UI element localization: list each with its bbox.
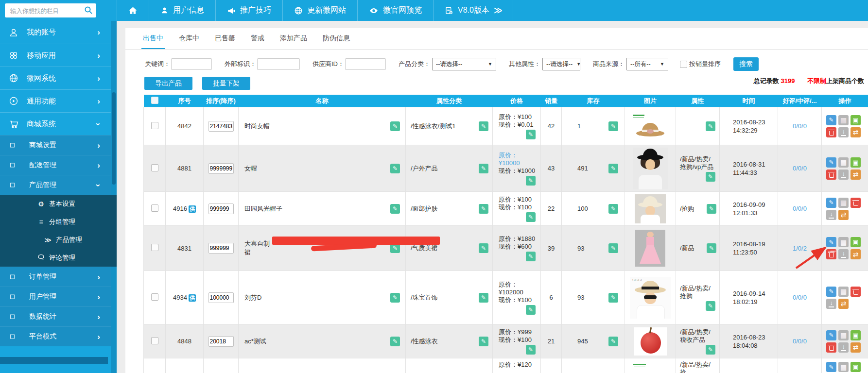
rating-link[interactable]: 0/0/0 xyxy=(793,122,807,130)
sidebar-item-general-functions[interactable]: 通用功能 › xyxy=(0,89,111,112)
sidebar-item-micro-site[interactable]: 微网系统 › xyxy=(0,67,111,89)
row-checkbox[interactable] xyxy=(151,164,158,171)
edit-icon[interactable]: ✎ xyxy=(479,121,488,131)
row-checkbox[interactable] xyxy=(151,122,158,129)
sidebar-item-basic-settings[interactable]: ⚙ 基本设置 xyxy=(0,195,117,213)
sort-input[interactable] xyxy=(208,336,234,347)
other-attr-select[interactable]: --请选择--▼ xyxy=(542,58,580,70)
transfer-icon[interactable]: ⇄ xyxy=(851,342,861,353)
source-select[interactable]: --所有--▼ xyxy=(626,58,668,70)
tab-add-product[interactable]: 添加产品 xyxy=(278,28,309,49)
antifake-icon[interactable]: ▣ xyxy=(851,157,861,168)
edit-icon[interactable]: ✎ xyxy=(706,345,715,355)
qrcode-icon[interactable]: ▦ xyxy=(838,330,849,340)
sort-by-sales-checkbox[interactable] xyxy=(680,61,687,68)
delete-icon[interactable] xyxy=(851,287,861,297)
edit-icon[interactable]: ✎ xyxy=(608,337,618,346)
qrcode-icon[interactable]: ▦ xyxy=(838,362,849,372)
supplier-id-input[interactable] xyxy=(345,58,386,70)
edit-icon[interactable]: ✎ xyxy=(826,287,836,297)
row-checkbox[interactable] xyxy=(151,337,158,344)
select-all-checkbox[interactable] xyxy=(151,97,158,104)
edit-icon[interactable]: ✎ xyxy=(526,305,536,315)
sidebar-item-product-management[interactable]: 产品管理 › xyxy=(0,175,111,195)
nav-promotion-tips[interactable]: 推广技巧 xyxy=(215,0,282,21)
edit-icon[interactable]: ✎ xyxy=(479,164,488,173)
download-icon[interactable]: ↓ xyxy=(826,299,836,309)
qrcode-icon[interactable]: ▦ xyxy=(838,157,849,168)
sidebar-item-mall-system[interactable]: 商城系统 › xyxy=(0,112,111,135)
tab-in-warehouse[interactable]: 仓库中 xyxy=(177,28,201,49)
sidebar-scrollbar-thumb[interactable] xyxy=(112,92,116,185)
edit-icon[interactable]: ✎ xyxy=(390,243,400,253)
antifake-icon[interactable]: ▣ xyxy=(851,237,861,247)
edit-icon[interactable]: ✎ xyxy=(526,252,536,261)
edit-icon[interactable]: ✎ xyxy=(390,204,400,214)
sort-input[interactable] xyxy=(208,243,234,254)
sidebar-item-platform-mode[interactable]: 平台模式 › xyxy=(0,326,111,346)
edit-icon[interactable]: ✎ xyxy=(608,121,618,131)
sidebar-item-data-statistics[interactable]: 数据统计 › xyxy=(0,306,111,326)
qrcode-icon[interactable]: ▦ xyxy=(838,115,849,125)
edit-icon[interactable]: ✎ xyxy=(608,243,618,253)
edit-icon[interactable]: ✎ xyxy=(390,121,400,131)
keyword-input[interactable] xyxy=(171,58,212,70)
qrcode-icon[interactable]: ▦ xyxy=(838,237,849,247)
edit-icon[interactable]: ✎ xyxy=(526,345,536,355)
sort-input[interactable] xyxy=(208,163,234,174)
external-id-input[interactable] xyxy=(257,58,300,70)
tab-antifake-info[interactable]: 防伪信息 xyxy=(321,28,351,49)
edit-icon[interactable]: ✎ xyxy=(826,157,836,168)
sidebar-item-my-account[interactable]: 我的账号 › xyxy=(0,21,111,44)
edit-icon[interactable]: ✎ xyxy=(608,164,618,173)
batch-offshelf-button[interactable]: 批量下架 xyxy=(202,77,250,90)
sidebar-item-order-management[interactable]: 订单管理 › xyxy=(0,267,111,287)
export-products-button[interactable]: 导出产品 xyxy=(144,77,192,90)
edit-icon[interactable]: ✎ xyxy=(390,164,400,173)
sidebar-item-mall-settings[interactable]: 商城设置 › xyxy=(0,135,111,155)
download-icon[interactable]: ↓ xyxy=(838,127,849,137)
qrcode-icon[interactable]: ▦ xyxy=(838,287,849,297)
download-icon[interactable]: ↓ xyxy=(838,342,849,353)
tab-sold-out[interactable]: 已售罄 xyxy=(213,28,237,49)
rating-link[interactable]: 0/0/0 xyxy=(793,294,807,301)
delete-icon[interactable] xyxy=(826,127,836,137)
search-button[interactable]: 搜索 xyxy=(733,57,759,71)
edit-icon[interactable]: ✎ xyxy=(608,293,618,303)
sidebar-item-mobile-apps[interactable]: 移动应用 › xyxy=(0,44,111,67)
tab-warning[interactable]: 警戒 xyxy=(249,28,266,49)
nav-update-microsite[interactable]: 更新微网站 xyxy=(282,0,357,21)
search-icon[interactable] xyxy=(84,6,93,15)
delete-icon[interactable] xyxy=(851,198,861,208)
edit-icon[interactable]: ✎ xyxy=(390,293,400,303)
sidebar-item-product-management-active[interactable]: ≫ 产品管理 xyxy=(0,231,117,249)
download-icon[interactable]: ↓ xyxy=(826,210,836,220)
edit-icon[interactable]: ✎ xyxy=(707,243,716,253)
antifake-icon[interactable]: ▣ xyxy=(851,330,861,340)
search-input[interactable] xyxy=(9,4,82,17)
sort-input[interactable] xyxy=(208,121,234,132)
transfer-icon[interactable]: ⇄ xyxy=(851,170,861,180)
rating-link[interactable]: 0/0/0 xyxy=(793,165,807,172)
row-checkbox[interactable] xyxy=(151,204,158,212)
sidebar-horizontal-scrollbar[interactable] xyxy=(0,357,108,364)
edit-icon[interactable]: ✎ xyxy=(706,121,715,131)
edit-icon[interactable]: ✎ xyxy=(706,301,715,311)
delete-icon[interactable] xyxy=(826,170,836,180)
sidebar-item-comment-management[interactable]: 评论管理 xyxy=(0,249,117,267)
sidebar-item-delivery-management[interactable]: 配送管理 › xyxy=(0,155,111,175)
edit-icon[interactable]: ✎ xyxy=(826,330,836,340)
rating-link[interactable]: 0/0/0 xyxy=(793,338,807,345)
download-icon[interactable]: ↓ xyxy=(838,249,849,259)
delete-icon[interactable] xyxy=(826,342,836,353)
edit-icon[interactable]: ✎ xyxy=(608,204,618,214)
edit-icon[interactable]: ✎ xyxy=(826,198,836,208)
sort-input[interactable] xyxy=(208,203,234,214)
edit-icon[interactable]: ✎ xyxy=(826,362,836,372)
edit-icon[interactable]: ✎ xyxy=(479,204,488,214)
edit-icon[interactable]: ✎ xyxy=(479,243,488,253)
edit-icon[interactable]: ✎ xyxy=(526,176,536,186)
row-checkbox[interactable] xyxy=(151,293,158,301)
edit-icon[interactable]: ✎ xyxy=(707,204,716,214)
nav-version[interactable]: V8.0版本 ≫ xyxy=(433,0,513,21)
